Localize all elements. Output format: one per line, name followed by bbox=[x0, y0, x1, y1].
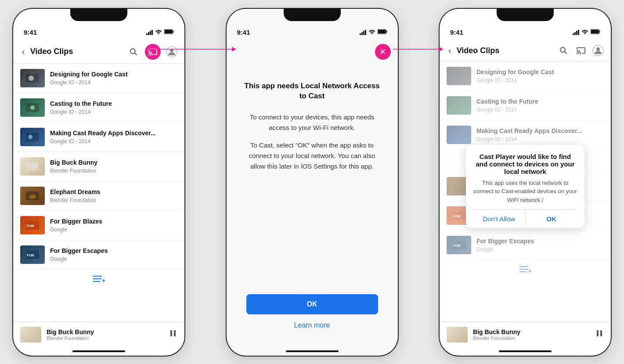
svg-line-4 bbox=[135, 53, 137, 55]
status-bar-right: 9:41 bbox=[440, 21, 611, 40]
modal-title: This app needs Local Network Access to C… bbox=[241, 81, 384, 102]
home-indicator-right bbox=[440, 347, 611, 356]
player-subtitle-right: Blender Foundation bbox=[473, 335, 590, 341]
svg-rect-27 bbox=[386, 31, 387, 33]
svg-rect-31 bbox=[591, 30, 599, 33]
nav-bar-middle: ✕ bbox=[227, 40, 398, 63]
nav-bar-right: ‹ Video Clips bbox=[440, 40, 611, 61]
phone-left: 9:41 ‹ bbox=[13, 9, 184, 356]
svg-text:+: + bbox=[528, 267, 532, 274]
cast-button-left-active[interactable] bbox=[145, 44, 161, 60]
video-item-7-left[interactable]: FOR For Bigger Escapes Google bbox=[13, 240, 184, 270]
thumb-bunny-left bbox=[20, 157, 45, 176]
close-button-middle[interactable]: ✕ bbox=[375, 44, 391, 60]
player-bar-right: Big Buck Bunny Blender Foundation bbox=[440, 322, 611, 347]
video-subtitle-1-left: Google IO - 2014 bbox=[50, 79, 177, 86]
svg-point-5 bbox=[170, 49, 173, 52]
video-subtitle-3-left: Google IO - 2014 bbox=[50, 138, 177, 144]
video-subtitle-6-left: Google bbox=[50, 227, 177, 233]
modal-content-middle: This app needs Local Network Access to C… bbox=[227, 63, 398, 347]
status-icons-middle bbox=[360, 29, 387, 36]
video-item-5-left[interactable]: Elephant Dreams Blender Foundation bbox=[13, 181, 184, 211]
home-indicator-middle bbox=[227, 347, 398, 356]
video-subtitle-5-left: Blender Foundation bbox=[50, 197, 177, 203]
pause-button-right[interactable] bbox=[595, 329, 604, 340]
popup-body: This app uses the local network to conne… bbox=[473, 179, 577, 205]
video-item-6-left[interactable]: FOR For Bigger Blazes Google bbox=[13, 211, 184, 240]
back-button-left[interactable]: ‹ bbox=[20, 45, 27, 58]
time-left: 9:41 bbox=[24, 29, 37, 36]
video-info-5-left: Elephant Dreams Blender Foundation bbox=[50, 188, 177, 203]
video-info-6-right: For Bigger Escapes Google bbox=[476, 237, 604, 252]
pause-button-left[interactable] bbox=[169, 329, 177, 340]
svg-rect-25 bbox=[174, 330, 176, 336]
search-button-left[interactable] bbox=[127, 46, 140, 58]
signal-icon-right bbox=[573, 30, 579, 35]
queue-button-right[interactable]: + bbox=[440, 260, 611, 278]
signal-icon-middle bbox=[360, 30, 366, 35]
video-title-6-left: For Bigger Blazes bbox=[50, 217, 177, 225]
video-info-4-left: Big Buck Bunny Blender Foundation bbox=[50, 159, 177, 173]
status-bar-left: 9:41 bbox=[13, 21, 184, 40]
phone-notch-left bbox=[70, 9, 127, 21]
status-icons-right bbox=[573, 29, 600, 36]
video-item-1-left[interactable]: Designing for Google Cast Google IO - 20… bbox=[13, 64, 184, 93]
video-item-2-right: Casting to the Future Google IO - 2014 bbox=[440, 91, 611, 120]
player-thumb-right bbox=[447, 327, 468, 342]
video-title-5-left: Elephant Dreams bbox=[50, 188, 177, 196]
time-middle: 9:41 bbox=[237, 29, 250, 36]
cast-button-right[interactable] bbox=[575, 44, 587, 57]
svg-text:FOR: FOR bbox=[27, 224, 34, 228]
video-title-6-right: For Bigger Escapes bbox=[476, 237, 604, 245]
local-network-popup: Cast Player would like to find and conne… bbox=[466, 145, 584, 228]
battery-icon-left bbox=[164, 29, 174, 36]
search-button-right[interactable] bbox=[557, 44, 570, 57]
modal-ok-button[interactable]: OK bbox=[246, 294, 378, 314]
svg-text:FOR: FOR bbox=[27, 253, 34, 257]
ok-button-popup[interactable]: OK bbox=[526, 210, 578, 228]
dont-allow-button[interactable]: Don't Allow bbox=[473, 210, 526, 228]
thumb-escapes-right: FOR bbox=[447, 236, 471, 254]
video-title-2-left: Casting to the Future bbox=[50, 100, 177, 108]
player-title-left: Big Buck Bunny bbox=[47, 328, 163, 335]
video-title-1-right: Designing for Google Cast bbox=[476, 68, 604, 76]
popup-title: Cast Player would like to find and conne… bbox=[473, 153, 577, 175]
svg-rect-28 bbox=[378, 30, 386, 33]
video-subtitle-7-left: Google bbox=[50, 256, 177, 262]
thumb-elephant-left bbox=[20, 187, 45, 205]
video-subtitle-6-right: Google bbox=[476, 246, 604, 252]
learn-more-link[interactable]: Learn more bbox=[294, 321, 330, 329]
svg-point-7 bbox=[29, 76, 34, 81]
player-subtitle-left: Blender Foundation bbox=[47, 335, 163, 341]
page-title-right: Video Clips bbox=[457, 46, 554, 55]
player-bar-left: Big Buck Bunny Blender Foundation bbox=[13, 322, 184, 347]
nav-icons-right bbox=[557, 44, 604, 57]
video-item-1-right: Designing for Google Cast Google IO - 20… bbox=[440, 61, 611, 91]
phone-notch-middle bbox=[284, 9, 341, 21]
video-info-1-right: Designing for Google Cast Google IO - 20… bbox=[476, 68, 604, 83]
video-title-4-left: Big Buck Bunny bbox=[50, 159, 177, 166]
player-info-right: Big Buck Bunny Blender Foundation bbox=[473, 328, 590, 341]
thumb-blazes-left: FOR bbox=[20, 216, 45, 234]
queue-button-left[interactable]: + bbox=[13, 270, 184, 288]
account-button-left[interactable] bbox=[166, 46, 177, 58]
video-item-4-left[interactable]: Big Buck Bunny Blender Foundation bbox=[13, 152, 184, 181]
player-title-right: Big Buck Bunny bbox=[473, 328, 590, 335]
video-item-2-left[interactable]: Casting to the Future Google IO - 2014 bbox=[13, 93, 184, 123]
svg-rect-30 bbox=[599, 31, 600, 33]
video-info-2-right: Casting to the Future Google IO - 2014 bbox=[476, 97, 604, 112]
player-info-left: Big Buck Bunny Blender Foundation bbox=[47, 328, 163, 341]
back-button-right[interactable]: ‹ bbox=[447, 44, 453, 58]
nav-icons-left bbox=[127, 44, 177, 60]
thumb-casting-right bbox=[447, 96, 471, 115]
popup-actions: Don't Allow OK bbox=[473, 209, 577, 228]
svg-rect-1 bbox=[173, 31, 174, 33]
scene: 9:41 ‹ bbox=[0, 0, 624, 364]
video-title-3-left: Making Cast Ready Apps Discover... bbox=[50, 129, 177, 137]
video-item-3-left[interactable]: Making Cast Ready Apps Discover... Googl… bbox=[13, 123, 184, 152]
status-bar-middle: 9:41 bbox=[227, 21, 398, 40]
svg-point-34 bbox=[596, 47, 600, 51]
video-info-3-right: Making Cast Ready Apps Discover... Googl… bbox=[476, 127, 604, 142]
video-title-3-right: Making Cast Ready Apps Discover... bbox=[476, 127, 604, 135]
account-button-right[interactable] bbox=[592, 45, 604, 56]
